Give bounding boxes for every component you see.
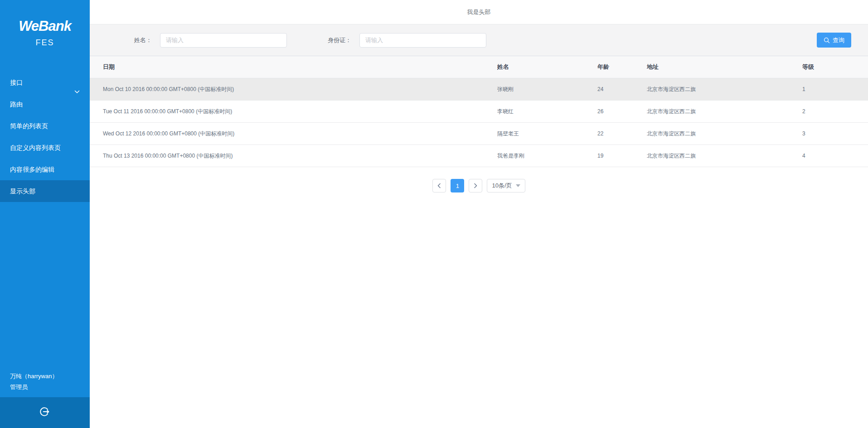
id-input[interactable] <box>359 33 486 48</box>
column-header-name: 姓名 <box>497 63 597 71</box>
user-info: 万纯（harrywan） 管理员 <box>0 371 90 397</box>
sidebar-item-label: 显示头部 <box>10 188 35 195</box>
name-input[interactable] <box>160 33 287 48</box>
sidebar-item-route[interactable]: 路由 <box>0 93 90 115</box>
sidebar-item-label: 路由 <box>10 101 23 108</box>
cell-name: 张晓刚 <box>497 86 597 93</box>
name-field-label: 姓名： <box>134 36 152 44</box>
sidebar-item-simple-list[interactable]: 简单的列表页 <box>0 115 90 137</box>
cell-address: 北京市海淀区西二旗 <box>647 108 802 115</box>
app-logo: WeBank FES <box>0 0 90 48</box>
table-row[interactable]: Tue Oct 11 2016 00:00:00 GMT+0800 (中国标准时… <box>90 101 868 123</box>
page-title: 我是头部 <box>467 9 491 15</box>
sidebar-item-label: 内容很多的编辑 <box>10 166 54 173</box>
column-header-age: 年龄 <box>597 63 647 71</box>
cell-address: 北京市海淀区西二旗 <box>647 152 802 160</box>
sidebar-item-custom-list[interactable]: 自定义内容列表页 <box>0 137 90 159</box>
cell-level: 2 <box>802 108 868 115</box>
sidebar: WeBank FES 接口 路由 简单的列表页 自定义内容列表页 内容很多的编辑… <box>0 0 90 428</box>
cell-age: 19 <box>597 153 647 159</box>
chevron-left-icon <box>437 183 441 188</box>
cell-age: 24 <box>597 86 647 92</box>
cell-age: 22 <box>597 130 647 137</box>
cell-level: 1 <box>802 86 868 92</box>
logo-subtext: FES <box>0 38 90 48</box>
logo-text: WeBank <box>0 18 90 34</box>
cell-date: Mon Oct 10 2016 00:00:00 GMT+0800 (中国标准时… <box>90 86 497 93</box>
table-row[interactable]: Mon Oct 10 2016 00:00:00 GMT+0800 (中国标准时… <box>90 78 868 101</box>
id-field-label: 身份证： <box>328 36 351 44</box>
search-form: 姓名： 身份证： 查询 <box>90 24 868 56</box>
prev-page-button[interactable] <box>432 179 446 192</box>
sidebar-item-interface[interactable]: 接口 <box>0 72 90 93</box>
cell-date: Thu Oct 13 2016 00:00:00 GMT+0800 (中国标准时… <box>90 152 497 160</box>
cell-date: Wed Oct 12 2016 00:00:00 GMT+0800 (中国标准时… <box>90 130 497 138</box>
page-number-button[interactable]: 1 <box>451 179 464 192</box>
page-size-label: 10条/页 <box>492 182 512 190</box>
next-page-button[interactable] <box>469 179 482 192</box>
column-header-level: 等级 <box>802 63 868 71</box>
sidebar-item-show-header[interactable]: 显示头部 <box>0 180 90 202</box>
cell-date: Tue Oct 11 2016 00:00:00 GMT+0800 (中国标准时… <box>90 108 497 115</box>
chevron-right-icon <box>473 183 478 188</box>
logout-button[interactable] <box>0 397 90 428</box>
main-content: 我是头部 姓名： 身份证： 查询 日期 姓名 年龄 地址 等级 Mon <box>90 0 868 428</box>
query-button-label: 查询 <box>833 36 844 44</box>
sidebar-item-label: 接口 <box>10 79 23 86</box>
cell-name: 李晓红 <box>497 108 597 115</box>
user-name: 万纯（harrywan） <box>10 371 90 382</box>
table-header-row: 日期 姓名 年龄 地址 等级 <box>90 56 868 78</box>
sidebar-menu: 接口 路由 简单的列表页 自定义内容列表页 内容很多的编辑 显示头部 <box>0 72 90 202</box>
page-size-select[interactable]: 10条/页 <box>487 179 525 192</box>
logout-icon <box>39 406 51 419</box>
pagination: 1 10条/页 <box>90 179 868 192</box>
cell-level: 4 <box>802 153 868 159</box>
cell-name: 隔壁老王 <box>497 130 597 138</box>
search-icon <box>824 37 830 43</box>
cell-age: 26 <box>597 108 647 115</box>
table-row[interactable]: Wed Oct 12 2016 00:00:00 GMT+0800 (中国标准时… <box>90 123 868 145</box>
query-button[interactable]: 查询 <box>817 33 851 48</box>
user-role: 管理员 <box>10 382 90 393</box>
cell-address: 北京市海淀区西二旗 <box>647 86 802 93</box>
caret-down-icon <box>516 184 520 187</box>
column-header-address: 地址 <box>647 63 802 71</box>
sidebar-item-label: 自定义内容列表页 <box>10 144 61 151</box>
data-table: 日期 姓名 年龄 地址 等级 Mon Oct 10 2016 00:00:00 … <box>90 56 868 167</box>
cell-level: 3 <box>802 130 868 137</box>
table-row[interactable]: Thu Oct 13 2016 00:00:00 GMT+0800 (中国标准时… <box>90 145 868 167</box>
column-header-date: 日期 <box>90 63 497 71</box>
cell-address: 北京市海淀区西二旗 <box>647 130 802 138</box>
sidebar-item-label: 简单的列表页 <box>10 122 48 130</box>
page-header: 我是头部 <box>90 0 868 24</box>
cell-name: 我爸是李刚 <box>497 152 597 160</box>
sidebar-item-rich-edit[interactable]: 内容很多的编辑 <box>0 159 90 180</box>
